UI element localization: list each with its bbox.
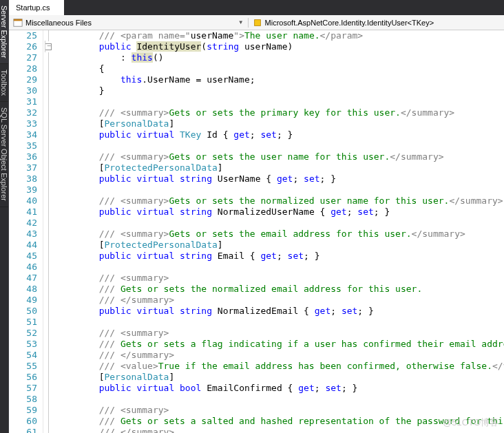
code-line[interactable]: /// </summary> bbox=[56, 350, 504, 361]
vtab-sql-explorer[interactable]: SQL Server Object Explorer bbox=[0, 102, 8, 207]
line-number: 29 bbox=[9, 74, 37, 85]
fold-guide bbox=[43, 184, 53, 196]
line-number: 56 bbox=[9, 372, 37, 383]
side-tool-strip: Server Explorer Toolbox SQL Server Objec… bbox=[0, 0, 9, 433]
code-line[interactable]: [ProtectedPersonalData] bbox=[56, 240, 504, 251]
code-line[interactable] bbox=[56, 96, 504, 107]
code-line[interactable]: /// </summary> bbox=[56, 427, 504, 433]
fold-guide bbox=[43, 129, 53, 140]
code-line[interactable] bbox=[56, 394, 504, 405]
fold-guide bbox=[43, 273, 53, 284]
code-line[interactable]: /// <value>True if the email address has… bbox=[56, 361, 504, 372]
fold-guide bbox=[43, 295, 53, 306]
fold-guide bbox=[43, 207, 53, 218]
code-line[interactable]: [PersonalData] bbox=[56, 372, 504, 383]
fold-guide bbox=[43, 361, 53, 372]
vtab-server-explorer[interactable]: Server Explorer bbox=[0, 0, 8, 64]
fold-margin[interactable] bbox=[43, 30, 53, 433]
code-line[interactable]: public virtual string UserName { get; se… bbox=[56, 173, 504, 184]
code-line[interactable]: public virtual string NormalizedUserName… bbox=[56, 207, 504, 218]
code-editor[interactable]: 2526272829303132333435363738394041424344… bbox=[9, 30, 504, 433]
code-area[interactable]: /// <param name="userName">The user name… bbox=[53, 30, 504, 433]
fold-guide bbox=[43, 229, 53, 240]
code-line[interactable]: [ProtectedPersonalData] bbox=[56, 162, 504, 173]
line-number: 41 bbox=[9, 207, 37, 218]
fold-guide bbox=[43, 262, 53, 273]
line-number: 37 bbox=[9, 162, 37, 173]
line-number: 35 bbox=[9, 140, 37, 151]
line-number: 52 bbox=[9, 328, 37, 339]
svg-rect-1 bbox=[14, 19, 22, 21]
line-number: 38 bbox=[9, 173, 37, 184]
watermark-text: @51CTO博客 bbox=[443, 416, 498, 429]
fold-toggle[interactable] bbox=[43, 41, 53, 52]
svg-rect-2 bbox=[254, 19, 260, 25]
fold-guide bbox=[43, 162, 53, 173]
nav-bar: Miscellaneous Files ▼ Microsoft.AspNetCo… bbox=[9, 15, 504, 30]
fold-guide bbox=[43, 405, 53, 416]
fold-guide bbox=[43, 173, 53, 184]
code-line[interactable]: /// <summary>Gets or sets the user name … bbox=[56, 151, 504, 162]
code-line[interactable]: { bbox=[56, 63, 504, 74]
line-number: 32 bbox=[9, 107, 37, 118]
line-number: 46 bbox=[9, 262, 37, 273]
line-number: 31 bbox=[9, 96, 37, 107]
line-number: 43 bbox=[9, 229, 37, 240]
line-number: 34 bbox=[9, 129, 37, 140]
document-tab-bar: Startup.cs bbox=[9, 0, 504, 15]
code-line[interactable] bbox=[56, 262, 504, 273]
code-line[interactable]: public virtual bool EmailConfirmed { get… bbox=[56, 383, 504, 394]
nav-project-dropdown[interactable]: Miscellaneous Files ▼ bbox=[9, 18, 249, 28]
code-line[interactable]: /// </summary> bbox=[56, 295, 504, 306]
code-line[interactable]: : this() bbox=[56, 52, 504, 63]
fold-guide bbox=[43, 107, 53, 118]
code-line[interactable]: /// Gets or sets a flag indicating if a … bbox=[56, 339, 504, 350]
nav-class-dropdown[interactable]: Microsoft.AspNetCore.Identity.IdentityUs… bbox=[249, 18, 504, 28]
code-line[interactable]: /// Gets or sets a salted and hashed rep… bbox=[56, 416, 504, 427]
line-number: 27 bbox=[9, 52, 37, 63]
line-number-gutter: 2526272829303132333435363738394041424344… bbox=[9, 30, 43, 433]
fold-guide bbox=[43, 383, 53, 394]
fold-guide bbox=[43, 328, 53, 339]
code-line[interactable] bbox=[56, 184, 504, 196]
code-line[interactable] bbox=[56, 218, 504, 229]
document-tab-startup[interactable]: Startup.cs bbox=[9, 0, 64, 15]
code-line[interactable]: /// Gets or sets the normalized email ad… bbox=[56, 284, 504, 295]
code-line[interactable]: /// <summary> bbox=[56, 405, 504, 416]
code-line[interactable]: public virtual string Email { get; set; … bbox=[56, 251, 504, 262]
code-line[interactable]: public IdentityUser(string userName) bbox=[56, 41, 504, 52]
line-number: 42 bbox=[9, 218, 37, 229]
code-line[interactable]: [PersonalData] bbox=[56, 118, 504, 129]
class-icon bbox=[253, 18, 262, 28]
code-line[interactable] bbox=[56, 140, 504, 151]
line-number: 40 bbox=[9, 196, 37, 207]
code-line[interactable]: /// <summary> bbox=[56, 328, 504, 339]
fold-guide bbox=[43, 63, 53, 74]
code-line[interactable]: public virtual TKey Id { get; set; } bbox=[56, 129, 504, 140]
line-number: 25 bbox=[9, 30, 37, 41]
code-line[interactable]: /// <summary>Gets or sets the primary ke… bbox=[56, 107, 504, 118]
fold-guide bbox=[43, 196, 53, 207]
fold-guide bbox=[43, 218, 53, 229]
line-number: 57 bbox=[9, 383, 37, 394]
fold-guide bbox=[43, 151, 53, 162]
code-line[interactable]: /// <param name="userName">The user name… bbox=[56, 30, 504, 41]
code-line[interactable]: } bbox=[56, 85, 504, 96]
fold-guide bbox=[43, 350, 53, 361]
fold-guide bbox=[43, 251, 53, 262]
code-line[interactable] bbox=[56, 317, 504, 328]
fold-guide bbox=[43, 140, 53, 151]
vtab-toolbox[interactable]: Toolbox bbox=[0, 64, 8, 102]
editor-main: Startup.cs Miscellaneous Files ▼ Microso… bbox=[9, 0, 504, 433]
code-line[interactable]: /// <summary> bbox=[56, 273, 504, 284]
line-number: 48 bbox=[9, 284, 37, 295]
fold-guide bbox=[43, 85, 53, 96]
code-line[interactable]: /// <summary>Gets or sets the email addr… bbox=[56, 229, 504, 240]
line-number: 44 bbox=[9, 240, 37, 251]
line-number: 59 bbox=[9, 405, 37, 416]
fold-guide bbox=[43, 306, 53, 317]
code-line[interactable]: this.UserName = userName; bbox=[56, 74, 504, 85]
line-number: 30 bbox=[9, 85, 37, 96]
code-line[interactable]: public virtual string NormalizedEmail { … bbox=[56, 306, 504, 317]
code-line[interactable]: /// <summary>Gets or sets the normalized… bbox=[56, 196, 504, 207]
